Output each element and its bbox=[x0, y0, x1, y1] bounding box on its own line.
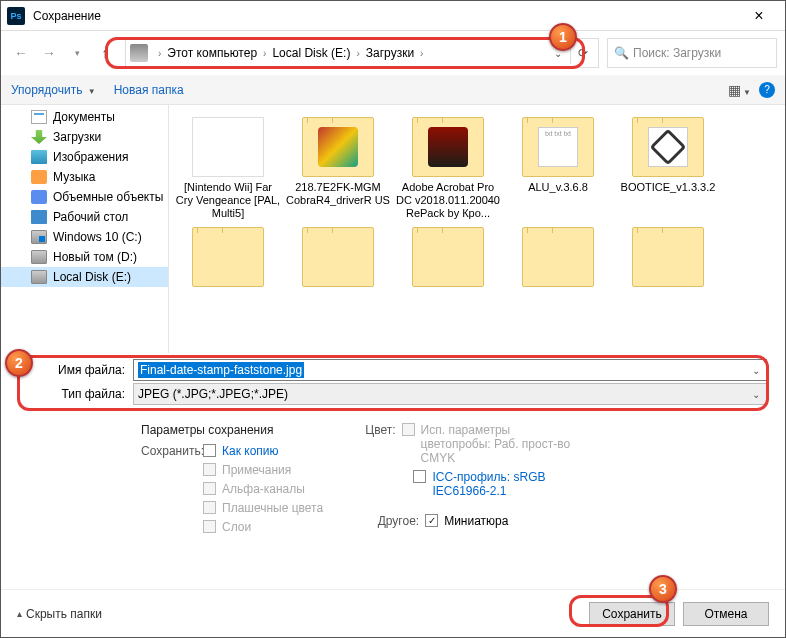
sidebar-item-label: Рабочий стол bbox=[53, 210, 128, 224]
sidebar-item-desktop[interactable]: Рабочий стол bbox=[1, 207, 168, 227]
sidebar-item-drive-e[interactable]: Local Disk (E:) bbox=[1, 267, 168, 287]
folder-item[interactable] bbox=[175, 227, 281, 291]
filename-value: Final-date-stamp-faststone.jpg bbox=[138, 362, 304, 378]
search-input[interactable]: 🔍 Поиск: Загрузки bbox=[607, 38, 777, 68]
sidebar-item-label: Документы bbox=[53, 110, 115, 124]
notes-checkbox bbox=[203, 463, 216, 476]
spot-checkbox bbox=[203, 501, 216, 514]
layers-label: Слои bbox=[222, 520, 251, 534]
drive-icon bbox=[31, 270, 47, 284]
toolbar: Упорядочить ▼ Новая папка ▦▼ ? bbox=[1, 75, 785, 105]
folder-item[interactable]: [Nintendo Wii] Far Cry Vengeance [PAL, M… bbox=[175, 117, 281, 221]
breadcrumb-item[interactable]: Загрузки bbox=[366, 46, 414, 60]
proof-checkbox bbox=[402, 423, 415, 436]
icc-checkbox[interactable] bbox=[413, 470, 426, 483]
file-grid[interactable]: [Nintendo Wii] Far Cry Vengeance [PAL, M… bbox=[169, 105, 785, 353]
folder-thumb: txt txt txt bbox=[522, 117, 594, 177]
breadcrumb-dropdown[interactable]: ⌄ bbox=[550, 48, 566, 59]
downloads-icon bbox=[31, 130, 47, 144]
alpha-checkbox bbox=[203, 482, 216, 495]
file-name: BOOTICE_v1.3.3.2 bbox=[615, 181, 721, 194]
sidebar-item-label: Новый том (D:) bbox=[53, 250, 137, 264]
notes-label: Примечания bbox=[222, 463, 291, 477]
drive-icon bbox=[130, 44, 148, 62]
sidebar-item-pictures[interactable]: Изображения bbox=[1, 147, 168, 167]
color-label: Цвет: bbox=[363, 423, 395, 437]
nav-bar: ← → ▾ ↑ › Этот компьютер › Local Disk (E… bbox=[1, 31, 785, 75]
hide-folders-link[interactable]: Скрыть папки bbox=[26, 607, 102, 621]
nav-forward: → bbox=[37, 41, 61, 65]
folder-item[interactable] bbox=[505, 227, 611, 291]
proof-label: Исп. параметры цветопробы: Раб. прост-во… bbox=[421, 423, 584, 465]
sidebar-item-documents[interactable]: Документы bbox=[1, 107, 168, 127]
sidebar-item-music[interactable]: Музыка bbox=[1, 167, 168, 187]
folder-thumb bbox=[522, 227, 594, 287]
breadcrumb-item[interactable]: Local Disk (E:) bbox=[272, 46, 350, 60]
other-label: Другое: bbox=[363, 514, 419, 528]
folder-thumb bbox=[302, 227, 374, 287]
spot-label: Плашечные цвета bbox=[222, 501, 323, 515]
sidebar-item-label: Загрузки bbox=[53, 130, 101, 144]
layers-checkbox bbox=[203, 520, 216, 533]
chevron-down-icon: ▼ bbox=[88, 87, 96, 96]
chevron-down-icon[interactable]: ⌄ bbox=[752, 365, 760, 376]
help-button[interactable]: ? bbox=[759, 82, 775, 98]
refresh-button[interactable]: ⟳ bbox=[570, 42, 594, 64]
documents-icon bbox=[31, 110, 47, 124]
thumbnail-checkbox[interactable] bbox=[425, 514, 438, 527]
filetype-value: JPEG (*.JPG;*.JPEG;*.JPE) bbox=[138, 387, 288, 401]
new-folder-button[interactable]: Новая папка bbox=[114, 83, 184, 97]
as-copy-label: Как копию bbox=[222, 444, 279, 458]
folder-thumb bbox=[192, 227, 264, 287]
folder-item[interactable] bbox=[285, 227, 391, 291]
filetype-label: Тип файла: bbox=[19, 387, 133, 401]
folder-item[interactable]: Adobe Acrobat Pro DC v2018.011.20040 ReP… bbox=[395, 117, 501, 221]
folder-thumb bbox=[192, 117, 264, 177]
file-name: ALU_v.3.6.8 bbox=[505, 181, 611, 194]
drive-icon bbox=[31, 230, 47, 244]
sidebar-item-label: Изображения bbox=[53, 150, 128, 164]
alpha-label: Альфа-каналы bbox=[222, 482, 305, 496]
icc-label: ICC-профиль: sRGB IEC61966-2.1 bbox=[432, 470, 583, 498]
sidebar-item-label: Windows 10 (C:) bbox=[53, 230, 142, 244]
organize-button[interactable]: Упорядочить ▼ bbox=[11, 83, 96, 97]
save-button[interactable]: Сохранить bbox=[589, 602, 675, 626]
titlebar: Ps Сохранение × bbox=[1, 1, 785, 31]
folder-thumb bbox=[632, 227, 704, 287]
drive-icon bbox=[31, 250, 47, 264]
view-mode-button[interactable]: ▦▼ bbox=[728, 82, 751, 98]
cancel-button[interactable]: Отмена bbox=[683, 602, 769, 626]
sidebar-item-label: Local Disk (E:) bbox=[53, 270, 131, 284]
nav-recent-dropdown[interactable]: ▾ bbox=[65, 41, 89, 65]
save-options-header: Параметры сохранения bbox=[141, 423, 323, 437]
thumbnail-label: Миниатюра bbox=[444, 514, 508, 528]
breadcrumb[interactable]: › Этот компьютер › Local Disk (E:) › Заг… bbox=[125, 38, 599, 68]
folder-item[interactable] bbox=[395, 227, 501, 291]
sidebar-item-drive-c[interactable]: Windows 10 (C:) bbox=[1, 227, 168, 247]
music-icon bbox=[31, 170, 47, 184]
sidebar-item-3dobjects[interactable]: Объемные объекты bbox=[1, 187, 168, 207]
folder-item[interactable]: 218.7E2FK-MGM CobraR4_driverR US bbox=[285, 117, 391, 221]
sidebar-item-downloads[interactable]: Загрузки bbox=[1, 127, 168, 147]
window-title: Сохранение bbox=[33, 9, 739, 23]
breadcrumb-item[interactable]: Этот компьютер bbox=[167, 46, 257, 60]
filetype-select[interactable]: JPEG (*.JPG;*.JPEG;*.JPE) ⌄ bbox=[133, 383, 767, 405]
sidebar-item-label: Объемные объекты bbox=[53, 190, 163, 204]
save-label: Сохранить: bbox=[141, 444, 197, 458]
nav-back[interactable]: ← bbox=[9, 41, 33, 65]
folder-thumb bbox=[302, 117, 374, 177]
main-area: Документы Загрузки Изображения Музыка Об… bbox=[1, 105, 785, 353]
folder-item[interactable] bbox=[615, 227, 721, 291]
close-button[interactable]: × bbox=[739, 7, 779, 25]
filename-input[interactable]: Final-date-stamp-faststone.jpg ⌄ bbox=[133, 359, 767, 381]
folder-item[interactable]: txt txt txtALU_v.3.6.8 bbox=[505, 117, 611, 221]
folder-item[interactable]: BOOTICE_v1.3.3.2 bbox=[615, 117, 721, 221]
chevron-right-icon: › bbox=[414, 48, 429, 59]
pictures-icon bbox=[31, 150, 47, 164]
sidebar: Документы Загрузки Изображения Музыка Об… bbox=[1, 105, 169, 353]
sidebar-item-drive-d[interactable]: Новый том (D:) bbox=[1, 247, 168, 267]
as-copy-checkbox[interactable] bbox=[203, 444, 216, 457]
folder-thumb bbox=[632, 117, 704, 177]
nav-up[interactable]: ↑ bbox=[93, 41, 117, 65]
chevron-up-icon: ▴ bbox=[17, 608, 22, 619]
